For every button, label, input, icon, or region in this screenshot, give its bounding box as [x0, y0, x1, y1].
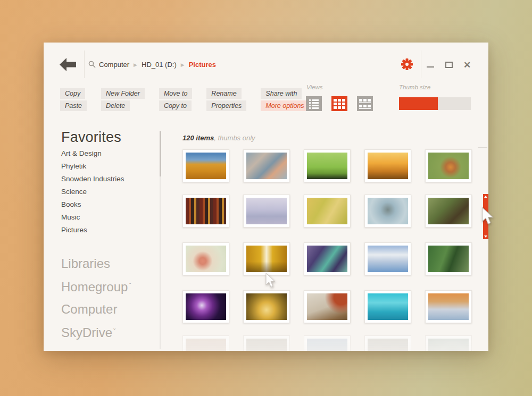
breadcrumb-separator-icon: ▶ [181, 62, 185, 68]
copy-button[interactable]: Copy [60, 88, 85, 99]
breadcrumb-item-hd-01-d-[interactable]: HD_01 (D:) [142, 61, 177, 69]
thumbs-view-button[interactable] [357, 96, 373, 111]
thumbnail-image-golden-grass [307, 198, 347, 224]
thumbnail-image-autumn-avenue [246, 246, 287, 272]
breadcrumb-item-computer[interactable]: Computer [99, 61, 129, 69]
sidebar-scrollbar-track[interactable] [160, 131, 161, 349]
thumbnail-image-sky-branches [368, 246, 408, 272]
properties-button[interactable]: Properties [206, 100, 246, 111]
thumbnail-image-misty-mountain [246, 198, 287, 224]
thumbnail-grape-vine[interactable] [304, 242, 351, 275]
thumbnail-water-ripple[interactable] [425, 335, 472, 351]
toolbar-group-3: RenameProperties [206, 88, 246, 111]
gear-icon[interactable] [401, 58, 413, 71]
thumb-size-slider[interactable] [399, 97, 471, 110]
thumbnail-image-pale-mist [368, 339, 408, 351]
thumbnail-image-water-ripple [428, 339, 469, 351]
toolbar-group-0: CopyPaste [60, 88, 87, 111]
grid-view-button[interactable] [331, 96, 347, 111]
list-view-button[interactable] [306, 96, 322, 111]
breadcrumb-item-pictures[interactable]: Pictures [189, 61, 216, 69]
thumbnail-green-bird[interactable] [425, 242, 472, 275]
sidebar-section-computer[interactable]: Computer [61, 298, 131, 321]
breadcrumb: Computer▶HD_01 (D:)▶Pictures [99, 61, 216, 69]
sidebar-item-snowden-industries[interactable]: Snowden Industries [61, 173, 124, 186]
thumbnail-pebbles[interactable] [243, 149, 290, 182]
thumbnail-golden-grass[interactable] [304, 195, 351, 228]
thumbnail-image-wheat-field [186, 153, 226, 179]
maximize-icon [445, 62, 453, 68]
thumbnail-pale-sky[interactable] [304, 335, 351, 351]
close-button[interactable]: ✕ [461, 59, 473, 71]
thumb-size-label: Thumb size [399, 84, 430, 90]
thumbnail-misty-mountain[interactable] [243, 195, 290, 228]
thumbnail-sparrow-branch[interactable] [304, 290, 351, 323]
sidebar-item-pictures[interactable]: Pictures [61, 224, 124, 237]
thumbnail-image-purple-nebula [186, 293, 226, 320]
thumbnail-cyan-forest[interactable] [364, 290, 411, 323]
thumbnail-image-pale-sky [307, 339, 347, 351]
thumbnail-winter-forest-path[interactable] [425, 290, 472, 323]
sidebar-item-phyletik[interactable]: Phyletik [61, 160, 124, 173]
copy-to-button[interactable]: Copy to [159, 100, 192, 111]
sidebar-section-libraries[interactable]: Libraries [61, 252, 131, 275]
thumb-size-slider-fill [399, 97, 438, 110]
toolbar-group-4: Share withMore options [261, 88, 309, 111]
thumbnail-seal-swimming[interactable] [364, 195, 411, 228]
thumbnail-image-mandarin-duck [428, 153, 469, 179]
sidebar-scrollbar-thumb[interactable] [160, 131, 161, 176]
titlebar-divider [421, 50, 421, 78]
move-to-button[interactable]: Move to [159, 88, 192, 99]
thumbnail-image-misty-sunrise [246, 293, 287, 320]
thumbnail-wheat-field[interactable] [182, 149, 229, 182]
thumbnail-birds-on-branch[interactable] [304, 149, 351, 182]
new-folder-button[interactable]: New Folder [101, 88, 145, 99]
maximize-button[interactable] [443, 59, 455, 71]
back-arrow-icon [60, 58, 77, 71]
thumbnail-image-winter-forest-path [428, 293, 469, 320]
thumbnail-pale-flamingo[interactable] [182, 335, 229, 351]
sidebar-section-homegroup[interactable]: Homegroupˇ [61, 275, 131, 298]
minimize-icon [427, 66, 434, 68]
content-scrollbar-thumb[interactable] [483, 194, 488, 239]
scroll-down-icon [484, 235, 487, 238]
chevron-down-icon: ˇ [129, 282, 131, 290]
chevron-down-icon: ˇ [113, 327, 115, 335]
thumbnail-pale-texture[interactable] [243, 335, 290, 351]
toolbar: CopyPasteNew FolderDeleteMove toCopy toR… [60, 88, 309, 111]
view-mode-text: , thumbs only [214, 134, 255, 142]
sidebar-item-books[interactable]: Books [61, 198, 124, 211]
thumbnail-mandarin-duck[interactable] [425, 149, 472, 182]
delete-button[interactable]: Delete [101, 100, 130, 111]
search-icon[interactable] [88, 61, 96, 68]
share-with-button[interactable]: Share with [261, 88, 302, 99]
thumbnail-forest-baskets[interactable] [425, 195, 472, 228]
thumbnail-image-sparrow-branch [307, 293, 347, 320]
thumbnail-image-grape-vine [307, 246, 347, 272]
thumbnail-purple-nebula[interactable] [182, 290, 229, 323]
views-label: Views [306, 84, 322, 90]
thumbnail-peach-branch[interactable] [182, 242, 229, 275]
favorites-list: Art & DesignPhyletikSnowden IndustriesSc… [61, 147, 124, 237]
thumbnail-corn-cobs[interactable] [182, 195, 229, 228]
thumbnail-sky-branches[interactable] [364, 242, 411, 275]
thumbnail-pale-mist[interactable] [364, 335, 411, 351]
sidebar-section-skydrive[interactable]: SkyDriveˇ [61, 321, 131, 344]
explorer-window: Computer▶HD_01 (D:)▶Pictures ✕ CopyPaste… [44, 43, 488, 351]
thumbnail-image-pale-flamingo [186, 339, 226, 351]
sidebar-item-music[interactable]: Music [61, 211, 124, 224]
sidebar-item-art-design[interactable]: Art & Design [61, 147, 124, 160]
thumbnail-sunset-bay[interactable] [364, 149, 411, 182]
paste-button[interactable]: Paste [60, 100, 87, 111]
minimize-button[interactable] [425, 59, 436, 71]
sidebar-sections: LibrariesHomegroupˇComputerSkyDriveˇ [61, 252, 131, 344]
thumbnail-image-seal-swimming [368, 198, 408, 224]
more-options-button[interactable]: More options [261, 100, 309, 111]
rename-button[interactable]: Rename [206, 88, 241, 99]
scrollbar-track-mark [478, 147, 487, 148]
thumbnail-autumn-avenue[interactable] [243, 242, 290, 275]
sidebar-item-science[interactable]: Science [61, 186, 124, 198]
thumbnail-image-cyan-forest [368, 293, 408, 320]
thumbnail-misty-sunrise[interactable] [243, 290, 290, 323]
back-button[interactable] [60, 58, 77, 71]
